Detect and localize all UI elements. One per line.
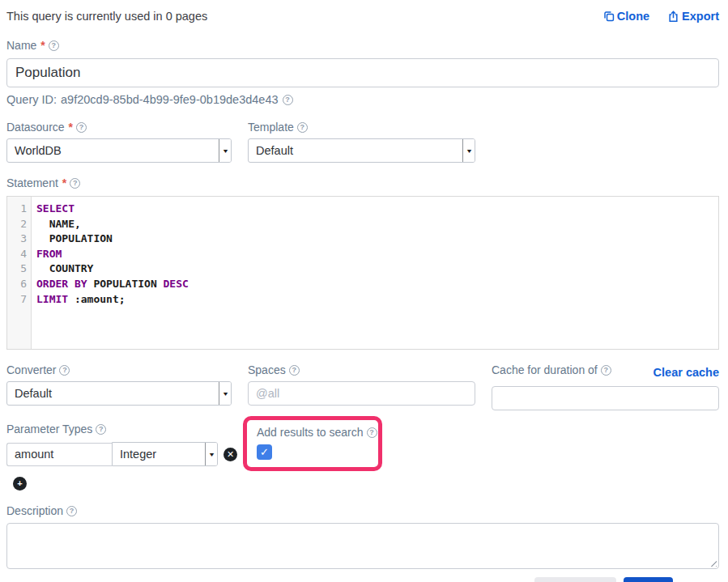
line-number: 2 — [7, 217, 27, 232]
converter-row: Converter ? Default ▼ Spaces ? Cache for… — [6, 363, 719, 410]
test-query-button[interactable]: Test Query — [534, 577, 615, 582]
description-textarea[interactable] — [6, 523, 719, 569]
spaces-label: Spaces ? — [248, 363, 475, 376]
datasource-label: Datasource* ? — [6, 121, 232, 134]
chevron-down-icon: ▼ — [462, 139, 475, 162]
query-id-label: Query ID: — [6, 93, 57, 106]
description-wrap — [6, 523, 719, 569]
required-marker: * — [62, 176, 66, 189]
required-marker: * — [69, 121, 73, 134]
parameter-types-label: Parameter Types ? — [6, 423, 243, 435]
chevron-down-icon: ▼ — [219, 139, 231, 162]
code-line[interactable]: POPULATION — [36, 232, 718, 247]
required-marker: * — [40, 39, 45, 52]
line-number: 1 — [7, 202, 27, 217]
code-line[interactable]: COUNTRY — [36, 261, 718, 277]
annotation-highlight-box: Add results to search ? ✓ — [243, 416, 382, 471]
line-number: 5 — [7, 261, 27, 277]
converter-select[interactable]: Default ▼ — [6, 381, 232, 406]
chevron-down-icon: ▼ — [205, 443, 217, 465]
help-icon[interactable]: ? — [70, 178, 80, 189]
add-results-checkbox[interactable]: ✓ — [257, 444, 272, 460]
editor-code[interactable]: SELECT NAME, POPULATIONFROM COUNTRYORDER… — [32, 197, 718, 349]
checkmark-icon: ✓ — [260, 447, 269, 457]
topbar: This query is currently used in 0 pages … — [6, 10, 719, 23]
clear-cache-button[interactable]: Clear cache — [653, 366, 719, 379]
line-number: 7 — [7, 292, 27, 308]
plus-icon: + — [17, 479, 22, 488]
datasource-select[interactable]: WorldDB ▼ — [6, 138, 232, 163]
query-editor-page: This query is currently used in 0 pages … — [0, 0, 728, 582]
line-number: 3 — [7, 232, 27, 247]
help-icon[interactable]: ? — [66, 506, 77, 516]
parameters-section: Parameter Types ? Integer ▼ ✕ + Add resu… — [6, 416, 719, 491]
parameter-type-selected-value: Integer — [113, 443, 205, 465]
parameter-name-input[interactable] — [6, 443, 112, 466]
converter-label: Converter ? — [6, 363, 232, 376]
datasource-template-row: Datasource* ? WorldDB ▼ Template ? Defau… — [6, 121, 719, 163]
parameter-row: Integer ▼ ✕ — [6, 442, 243, 466]
add-parameter-button[interactable]: + — [13, 477, 27, 491]
spaces-input[interactable] — [248, 381, 475, 406]
template-label: Template ? — [248, 121, 475, 134]
share-up-icon — [667, 11, 679, 23]
cache-label: Cache for duration of ? — [492, 363, 611, 376]
name-input[interactable] — [6, 58, 719, 87]
clone-label: Clone — [617, 10, 649, 23]
template-selected-value: Default — [249, 139, 462, 162]
help-icon[interactable]: ? — [59, 365, 70, 376]
copy-icon — [603, 11, 615, 22]
parameter-type-select[interactable]: Integer ▼ — [112, 442, 218, 466]
line-number: 4 — [7, 247, 27, 262]
line-number: 6 — [7, 277, 27, 292]
name-label: Name* ? — [6, 39, 719, 52]
export-label: Export — [682, 10, 719, 23]
code-line[interactable]: NAME, — [36, 217, 718, 232]
query-id: Query ID: a9f20cd9-85bd-4b99-9fe9-0b19de… — [6, 93, 719, 106]
topbar-actions: Clone Export — [603, 10, 719, 23]
usage-text: This query is currently used in 0 pages — [6, 10, 207, 23]
cache-label-row: Cache for duration of ? Clear cache — [492, 363, 719, 381]
help-icon[interactable]: ? — [289, 365, 300, 376]
clone-button[interactable]: Clone — [603, 10, 649, 23]
code-line[interactable]: ORDER BY POPULATION DESC — [36, 277, 718, 292]
help-icon[interactable]: ? — [49, 40, 59, 51]
close-icon: ✕ — [227, 450, 234, 459]
code-line[interactable]: SELECT — [36, 202, 718, 217]
chevron-down-icon: ▼ — [219, 382, 231, 405]
converter-selected-value: Default — [7, 382, 219, 405]
help-icon[interactable]: ? — [367, 427, 377, 438]
statement-label: Statement* ? — [6, 176, 719, 189]
template-select[interactable]: Default ▼ — [248, 138, 475, 163]
help-icon[interactable]: ? — [76, 122, 87, 133]
query-id-value: a9f20cd9-85bd-4b99-9fe9-0b19de3d4e43 — [61, 93, 278, 106]
code-line[interactable]: LIMIT :amount; — [36, 292, 718, 308]
add-results-label: Add results to search ? — [257, 426, 370, 439]
datasource-selected-value: WorldDB — [7, 139, 219, 162]
code-line[interactable]: FROM — [36, 247, 718, 262]
footer-actions: Test Query Save Cancel — [6, 577, 719, 582]
cache-duration-input[interactable] — [492, 386, 719, 410]
help-icon[interactable]: ? — [297, 122, 308, 133]
help-icon[interactable]: ? — [283, 95, 293, 105]
help-icon[interactable]: ? — [601, 365, 611, 376]
remove-parameter-button[interactable]: ✕ — [224, 448, 237, 461]
description-label: Description ? — [6, 504, 719, 517]
save-button[interactable]: Save — [624, 577, 674, 582]
parameters-column: Parameter Types ? Integer ▼ ✕ + — [6, 416, 243, 491]
export-button[interactable]: Export — [667, 10, 719, 23]
sql-editor[interactable]: 1234567 SELECT NAME, POPULATIONFROM COUN… — [6, 196, 719, 350]
help-icon[interactable]: ? — [96, 424, 106, 435]
editor-gutter: 1234567 — [7, 197, 32, 349]
